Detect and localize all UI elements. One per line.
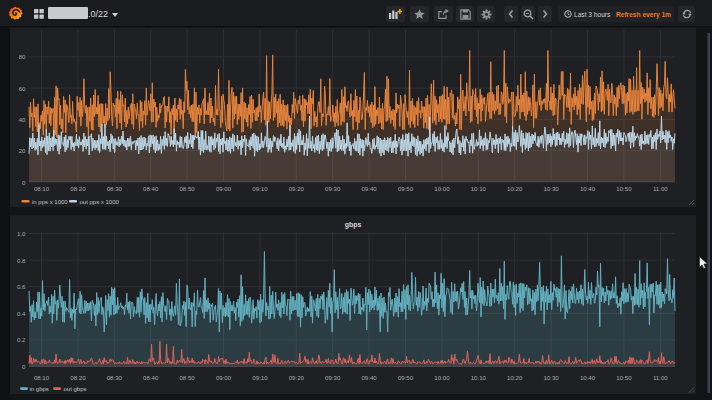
svg-text:10:10: 10:10 — [471, 374, 487, 381]
svg-text:0.8: 0.8 — [17, 257, 26, 264]
svg-text:in gbps: in gbps — [30, 386, 49, 392]
svg-text:0.6: 0.6 — [17, 283, 26, 290]
svg-text:08:10: 08:10 — [34, 185, 50, 192]
svg-text:09:20: 09:20 — [289, 374, 305, 381]
svg-text:40: 40 — [19, 116, 26, 123]
svg-text:10:10: 10:10 — [471, 185, 487, 192]
svg-text:10:30: 10:30 — [543, 374, 559, 381]
svg-text:09:30: 09:30 — [325, 374, 341, 381]
svg-text:08:30: 08:30 — [107, 185, 123, 192]
svg-text:10:00: 10:00 — [434, 374, 450, 381]
svg-text:10:00: 10:00 — [434, 185, 450, 192]
svg-text:08:20: 08:20 — [70, 374, 86, 381]
svg-text:0.2: 0.2 — [17, 336, 26, 343]
svg-text:09:00: 09:00 — [216, 185, 232, 192]
svg-text:11:00: 11:00 — [653, 374, 668, 381]
svg-text:08:30: 08:30 — [107, 374, 123, 381]
svg-text:10:50: 10:50 — [616, 185, 632, 192]
svg-text:09:50: 09:50 — [398, 374, 414, 381]
svg-text:08:10: 08:10 — [34, 374, 50, 381]
svg-text:10:20: 10:20 — [507, 374, 523, 381]
svg-text:1.0: 1.0 — [17, 230, 26, 237]
svg-text:20: 20 — [19, 147, 26, 154]
svg-text:08:40: 08:40 — [143, 374, 159, 381]
svg-text:09:10: 09:10 — [252, 374, 268, 381]
svg-text:09:50: 09:50 — [398, 185, 414, 192]
svg-text:80: 80 — [19, 53, 26, 60]
svg-text:09:20: 09:20 — [289, 185, 305, 192]
svg-text:11:00: 11:00 — [653, 185, 668, 192]
svg-text:08:40: 08:40 — [143, 185, 159, 192]
svg-text:0.4: 0.4 — [17, 310, 26, 317]
svg-text:out gbps: out gbps — [64, 386, 87, 392]
svg-text:08:50: 08:50 — [179, 185, 195, 192]
svg-text:10:40: 10:40 — [580, 185, 596, 192]
svg-text:10:20: 10:20 — [507, 185, 523, 192]
svg-text:out pps x 1000: out pps x 1000 — [80, 199, 120, 205]
svg-text:gbps: gbps — [345, 221, 362, 229]
svg-text:10:30: 10:30 — [543, 185, 559, 192]
svg-text:09:40: 09:40 — [361, 374, 377, 381]
svg-text:08:20: 08:20 — [70, 185, 86, 192]
svg-text:in pps x 1000: in pps x 1000 — [32, 199, 68, 205]
svg-text:09:00: 09:00 — [216, 374, 232, 381]
svg-text:10:40: 10:40 — [580, 374, 596, 381]
svg-text:09:30: 09:30 — [325, 185, 341, 192]
svg-text:10:50: 10:50 — [616, 374, 632, 381]
svg-text:09:40: 09:40 — [361, 185, 377, 192]
svg-text:09:10: 09:10 — [252, 185, 268, 192]
svg-text:60: 60 — [19, 85, 26, 92]
svg-text:08:50: 08:50 — [179, 374, 195, 381]
